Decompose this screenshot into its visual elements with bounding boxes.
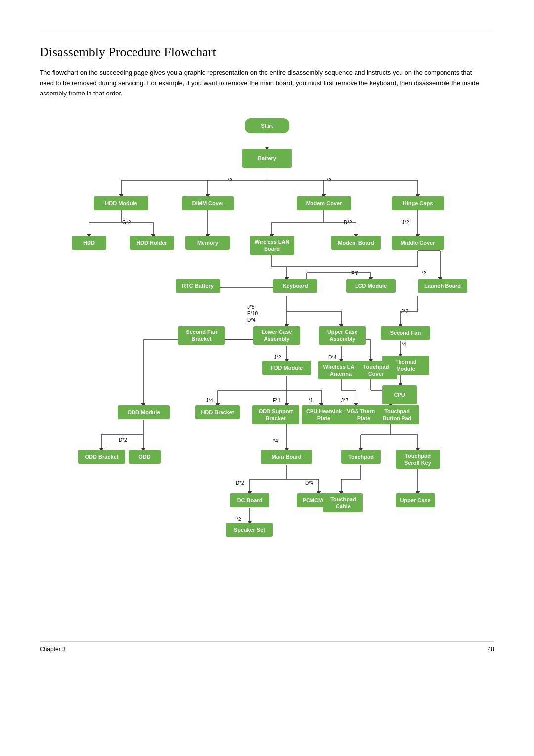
- box-hdd-module: HDD Module: [94, 196, 148, 210]
- box-odd-module: ODD Module: [118, 405, 170, 419]
- label-l16: *1: [309, 398, 313, 403]
- label-l13: D*4: [328, 355, 337, 360]
- box-main-board: Main Board: [261, 450, 312, 464]
- box-memory: Memory: [185, 236, 230, 250]
- box-hinge-caps: Hinge Caps: [392, 196, 444, 210]
- label-l18: D*2: [119, 437, 127, 443]
- box-lcd-module: LCD Module: [346, 279, 396, 293]
- box-cpu: CPU: [382, 385, 417, 404]
- box-launch-board: Launch Board: [418, 279, 467, 293]
- box-speaker-set: Speaker Set: [226, 523, 273, 537]
- label-l6: F*6: [351, 271, 359, 276]
- label-l15: F*1: [273, 398, 281, 403]
- box-hdd-bracket: HDD Bracket: [195, 405, 240, 419]
- label-l14: J*4: [206, 398, 213, 403]
- footer-page-number: 48: [488, 646, 494, 653]
- label-l1: *2: [227, 178, 232, 183]
- box-dimm-cover: DIMM Cover: [182, 196, 234, 210]
- label-l12: J*2: [274, 355, 281, 360]
- label-l20: D*2: [236, 480, 244, 486]
- intro-paragraph: The flowchart on the succeeding page giv…: [40, 68, 485, 98]
- label-l9: J*5 F*10 D*4: [247, 304, 258, 323]
- box-fdd-module: FDD Module: [262, 361, 312, 375]
- box-battery: Battery: [242, 149, 292, 168]
- box-wireless-lan-board: Wireless LAN Board: [250, 236, 294, 255]
- box-modem-cover: Modem Cover: [297, 196, 351, 210]
- label-l8: J*3: [401, 309, 408, 314]
- box-second-fan: Second Fan: [381, 326, 430, 340]
- box-odd-bracket: ODD Bracket: [78, 450, 125, 464]
- page-footer: Chapter 3 48: [40, 641, 494, 653]
- box-hdd: HDD: [72, 236, 106, 250]
- label-l22: *2: [236, 517, 241, 522]
- box-hdd-holder: HDD Holder: [130, 236, 174, 250]
- label-l5: J*2: [402, 220, 409, 225]
- label-l10: *4: [401, 342, 406, 347]
- box-touchpad-cable: Touchpad Cable: [323, 493, 363, 512]
- page-title: Disassembly Procedure Flowchart: [40, 45, 494, 60]
- box-modem-board: Modem Board: [331, 236, 381, 250]
- label-l4: D*2: [344, 220, 352, 225]
- box-touchpad-scroll-key: Touchpad Scroll Key: [396, 450, 440, 469]
- box-touchpad-button-pad: Touchpad Button Pad: [375, 405, 419, 424]
- box-odd-support-bracket: ODD Support Bracket: [252, 405, 299, 424]
- box-odd: ODD: [129, 450, 161, 464]
- label-l2: *2: [326, 178, 331, 183]
- box-lower-case-assembly: Lower Case Assembly: [253, 326, 300, 345]
- label-l21: D*4: [305, 480, 313, 486]
- box-keyboard: Keyboard: [273, 279, 317, 293]
- box-second-fan-bracket: Second Fan Bracket: [178, 326, 225, 345]
- label-l17: J*7: [341, 398, 348, 403]
- box-middle-cover: Middle Cover: [392, 236, 444, 250]
- box-cpu-heatsink-plate: CPU Heatsink Plate: [302, 405, 346, 424]
- box-dc-board: DC Board: [230, 493, 269, 507]
- box-rtc-battery: RTC Battery: [176, 279, 220, 293]
- box-upper-case-assembly: Upper Case Assembly: [319, 326, 366, 345]
- box-touchpad: Touchpad: [341, 450, 381, 464]
- label-l19: *4: [273, 438, 278, 444]
- label-l7: *2: [421, 271, 426, 276]
- footer-chapter: Chapter 3: [40, 646, 66, 653]
- box-touchpad-cover: Touchpad Cover: [355, 361, 397, 379]
- box-upper-case: Upper Case: [396, 493, 435, 507]
- label-l3: G*2: [122, 220, 131, 225]
- box-start: Start: [245, 118, 289, 133]
